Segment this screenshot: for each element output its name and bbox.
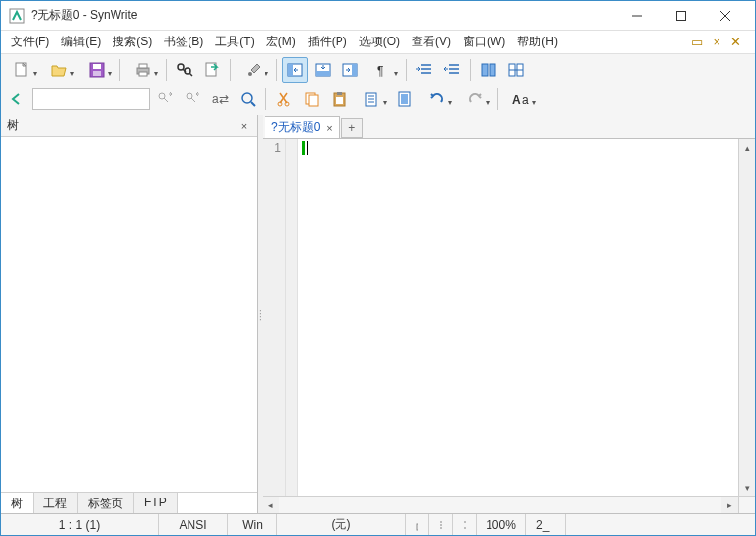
status-wrap-icon[interactable] xyxy=(429,514,453,535)
menu-file[interactable]: 文件(F) xyxy=(5,31,55,53)
menu-view[interactable]: 查看(V) xyxy=(406,31,457,53)
status-sel-icon[interactable] xyxy=(453,514,477,535)
sidebar-tab-tabs[interactable]: 标签页 xyxy=(78,493,134,513)
open-file-button[interactable]: ▾ xyxy=(41,57,77,83)
nonprint-button[interactable]: ¶▾ xyxy=(365,57,401,83)
sidebar: 树 × 树 工程 标签页 FTP xyxy=(1,115,258,513)
window-controls xyxy=(614,2,747,30)
tab-add-button[interactable]: + xyxy=(341,118,363,138)
corner-star-icon[interactable]: ✕ xyxy=(728,35,743,49)
redo-button[interactable]: ▾ xyxy=(457,86,492,112)
fold-gutter xyxy=(286,139,298,496)
unindent-button[interactable] xyxy=(439,57,465,83)
horizontal-scrollbar[interactable]: ◂ ▸ xyxy=(263,496,755,513)
menu-help[interactable]: 帮助(H) xyxy=(511,31,564,53)
syncview-button[interactable] xyxy=(476,57,501,83)
menu-window[interactable]: 窗口(W) xyxy=(457,31,511,53)
tree-panel[interactable] xyxy=(1,137,257,492)
scroll-right-icon[interactable]: ▸ xyxy=(721,497,738,513)
svg-text:A: A xyxy=(512,93,521,107)
menu-search[interactable]: 搜索(S) xyxy=(107,31,158,53)
panel-right-button[interactable] xyxy=(338,57,363,83)
maximize-button[interactable] xyxy=(658,2,703,30)
clipboard-button[interactable]: ▾ xyxy=(354,86,390,112)
scroll-left-icon[interactable]: ◂ xyxy=(263,497,279,513)
svg-line-37 xyxy=(164,98,168,102)
goto-button[interactable] xyxy=(199,57,225,83)
svg-rect-32 xyxy=(490,64,495,76)
tools-button[interactable]: ▾ xyxy=(236,57,271,83)
cut-button[interactable] xyxy=(271,86,297,112)
sidebar-tab-ftp[interactable]: FTP xyxy=(134,493,178,513)
indent-button[interactable] xyxy=(412,57,437,83)
scroll-up-icon[interactable]: ▴ xyxy=(739,139,755,156)
paste-button[interactable] xyxy=(327,86,352,112)
svg-rect-8 xyxy=(93,71,101,76)
case-button[interactable]: a⇄A xyxy=(207,86,233,112)
syncscroll-button[interactable] xyxy=(503,57,529,83)
print-button[interactable]: ▾ xyxy=(125,57,161,83)
status-eol[interactable]: Win xyxy=(228,514,277,535)
editor-tabs: ?无标题0 × + xyxy=(263,115,755,139)
find-button[interactable] xyxy=(172,57,197,83)
change-marker xyxy=(302,141,305,155)
menu-plugin[interactable]: 插件(P) xyxy=(302,31,353,53)
status-lock-icon[interactable] xyxy=(406,514,429,535)
app-icon xyxy=(9,8,25,24)
status-lexer[interactable]: (无) xyxy=(277,514,406,535)
menu-edit[interactable]: 编辑(E) xyxy=(55,31,107,53)
tab-label: ?无标题0 xyxy=(271,119,320,136)
font-button[interactable]: Aa▾ xyxy=(503,86,539,112)
menu-macro[interactable]: 宏(M) xyxy=(261,31,302,53)
svg-rect-21 xyxy=(316,71,330,76)
sidebar-tab-tree[interactable]: 树 xyxy=(1,493,34,513)
save-file-button[interactable]: ▾ xyxy=(79,57,114,83)
menu-tools[interactable]: 工具(T) xyxy=(209,31,260,53)
editor-body: 1 ▴ ▾ xyxy=(263,139,755,496)
main-area: 树 × 树 工程 标签页 FTP ···· ?无标题0 × + 1 xyxy=(1,115,755,513)
menu-bookmark[interactable]: 书签(B) xyxy=(158,31,209,53)
toolbar: ▾ ▾ ▾ ▾ ▾ ¶▾ a⇄A ▾ ▾ ▾ A xyxy=(1,54,755,115)
search-input[interactable] xyxy=(32,88,150,110)
svg-text:¶: ¶ xyxy=(377,64,383,78)
minimize-button[interactable] xyxy=(614,2,658,30)
editor-tab[interactable]: ?无标题0 × xyxy=(265,116,340,138)
magnify-button[interactable] xyxy=(235,86,261,112)
vertical-scrollbar[interactable]: ▴ ▾ xyxy=(738,139,755,496)
status-zoom[interactable]: 100% xyxy=(477,514,526,535)
select-all-button[interactable] xyxy=(392,86,417,112)
svg-line-39 xyxy=(191,98,195,102)
new-file-button[interactable]: ▾ xyxy=(4,57,39,83)
status-encoding[interactable]: ANSI xyxy=(159,514,228,535)
status-position: 1 : 1 (1) xyxy=(1,514,159,535)
svg-rect-60 xyxy=(417,524,418,530)
svg-rect-50 xyxy=(337,92,342,95)
svg-point-41 xyxy=(242,93,252,103)
sidebar-close-icon[interactable]: × xyxy=(237,119,251,133)
svg-rect-23 xyxy=(352,64,357,76)
sidebar-tab-project[interactable]: 工程 xyxy=(34,493,78,513)
tab-close-icon[interactable]: × xyxy=(326,122,332,134)
sidebar-title: 树 xyxy=(7,117,237,134)
panel-left-button[interactable] xyxy=(282,57,308,83)
svg-point-17 xyxy=(248,72,252,76)
line-gutter: 1 xyxy=(263,139,286,496)
svg-rect-57 xyxy=(401,94,408,104)
titlebar: ?无标题0 - SynWrite xyxy=(1,1,755,31)
svg-rect-2 xyxy=(676,11,685,20)
undo-button[interactable]: ▾ xyxy=(419,86,455,112)
close-button[interactable] xyxy=(703,2,747,30)
menu-options[interactable]: 选项(O) xyxy=(353,31,406,53)
copy-button[interactable] xyxy=(299,86,325,112)
find-prev-button[interactable] xyxy=(180,86,205,112)
find-next-button[interactable] xyxy=(152,86,178,112)
svg-rect-31 xyxy=(482,64,488,76)
panel-bottom-button[interactable] xyxy=(310,57,336,83)
status-tabsize[interactable]: 2_ xyxy=(526,514,566,535)
corner-x-icon[interactable]: × xyxy=(711,35,722,49)
editor: ?无标题0 × + 1 ▴ ▾ ◂ ▸ xyxy=(263,115,755,513)
back-button[interactable] xyxy=(4,86,30,112)
text-area[interactable] xyxy=(298,139,738,496)
scroll-down-icon[interactable]: ▾ xyxy=(739,479,755,496)
corner-square-icon[interactable]: ▭ xyxy=(689,35,705,49)
